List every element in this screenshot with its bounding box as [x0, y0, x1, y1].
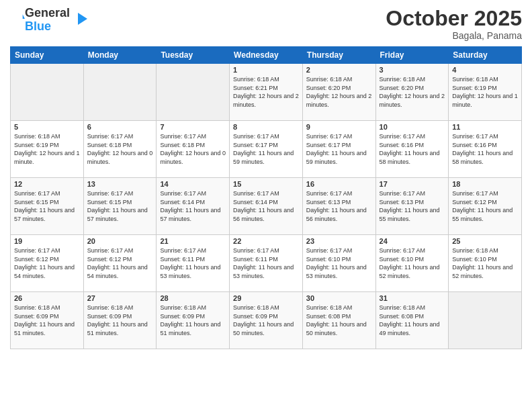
col-thursday: Thursday: [302, 47, 375, 64]
daylight-text: Daylight: 11 hours and 57 minutes.: [87, 207, 148, 222]
table-row: 20 Sunrise: 6:17 AM Sunset: 6:12 PM Dayl…: [83, 235, 157, 292]
svg-rect-1: [11, 14, 23, 19]
sunrise-text: Sunrise: 6:17 AM: [14, 190, 60, 197]
sunrise-text: Sunrise: 6:17 AM: [306, 247, 353, 254]
daylight-text: Daylight: 11 hours and 56 minutes.: [233, 207, 294, 222]
day-info: Sunrise: 6:18 AM Sunset: 6:08 PM Dayligh…: [306, 304, 372, 337]
day-info: Sunrise: 6:18 AM Sunset: 6:09 PM Dayligh…: [160, 304, 226, 337]
sunset-text: Sunset: 6:17 PM: [233, 142, 278, 148]
day-number: 27: [87, 294, 153, 302]
day-info: Sunrise: 6:18 AM Sunset: 6:09 PM Dayligh…: [14, 304, 80, 337]
daylight-text: Daylight: 11 hours and 56 minutes.: [306, 207, 367, 222]
sunset-text: Sunset: 6:11 PM: [233, 256, 278, 263]
weekday-header-row: Sunday Monday Tuesday Wednesday Thursday…: [11, 47, 522, 64]
sunrise-text: Sunrise: 6:18 AM: [87, 304, 134, 311]
table-row: [157, 64, 230, 121]
sunset-text: Sunset: 6:14 PM: [233, 199, 278, 205]
table-row: 7 Sunrise: 6:17 AM Sunset: 6:18 PM Dayli…: [157, 121, 230, 178]
day-number: 30: [306, 294, 372, 302]
day-number: 26: [14, 294, 80, 302]
sunrise-text: Sunrise: 6:18 AM: [233, 76, 279, 83]
calendar-page: General Blue October 2025 Bagala, Panama…: [0, 0, 532, 411]
sunset-text: Sunset: 6:12 PM: [14, 256, 59, 263]
day-number: 16: [306, 180, 372, 188]
sunrise-text: Sunrise: 6:18 AM: [452, 247, 498, 254]
sunset-text: Sunset: 6:20 PM: [380, 85, 425, 91]
table-row: 10 Sunrise: 6:17 AM Sunset: 6:16 PM Dayl…: [375, 121, 449, 178]
table-row: 21 Sunrise: 6:17 AM Sunset: 6:11 PM Dayl…: [157, 235, 230, 292]
sunset-text: Sunset: 6:19 PM: [14, 142, 59, 148]
sunset-text: Sunset: 6:14 PM: [160, 199, 205, 205]
sunset-text: Sunset: 6:08 PM: [306, 313, 351, 320]
table-row: 8 Sunrise: 6:17 AM Sunset: 6:17 PM Dayli…: [230, 121, 303, 178]
sunrise-text: Sunrise: 6:17 AM: [233, 190, 279, 197]
daylight-text: Daylight: 11 hours and 58 minutes.: [380, 150, 440, 165]
logo-general: General: [25, 6, 70, 19]
day-info: Sunrise: 6:17 AM Sunset: 6:16 PM Dayligh…: [452, 132, 518, 166]
sunset-text: Sunset: 6:10 PM: [380, 256, 425, 263]
table-row: 23 Sunrise: 6:17 AM Sunset: 6:10 PM Dayl…: [302, 235, 375, 292]
day-info: Sunrise: 6:17 AM Sunset: 6:11 PM Dayligh…: [160, 246, 226, 280]
table-row: 3 Sunrise: 6:18 AM Sunset: 6:20 PM Dayli…: [375, 64, 449, 121]
sunset-text: Sunset: 6:20 PM: [306, 85, 351, 91]
day-number: 20: [87, 237, 153, 245]
sunrise-text: Sunrise: 6:18 AM: [380, 76, 426, 83]
sunrise-text: Sunrise: 6:17 AM: [306, 190, 353, 197]
day-info: Sunrise: 6:17 AM Sunset: 6:10 PM Dayligh…: [380, 246, 445, 280]
day-number: 12: [14, 180, 80, 188]
table-row: 4 Sunrise: 6:18 AM Sunset: 6:19 PM Dayli…: [449, 64, 522, 121]
sunrise-text: Sunrise: 6:18 AM: [306, 304, 353, 311]
sunrise-text: Sunrise: 6:17 AM: [233, 247, 279, 254]
table-row: 28 Sunrise: 6:18 AM Sunset: 6:09 PM Dayl…: [157, 292, 230, 349]
day-number: 17: [380, 180, 445, 188]
daylight-text: Daylight: 11 hours and 53 minutes.: [160, 264, 220, 279]
day-number: 3: [380, 66, 445, 74]
logo-icon: [11, 12, 25, 26]
table-row: 18 Sunrise: 6:17 AM Sunset: 6:12 PM Dayl…: [449, 178, 522, 235]
day-number: 22: [233, 237, 299, 245]
col-tuesday: Tuesday: [157, 47, 230, 64]
sunset-text: Sunset: 6:16 PM: [380, 142, 425, 148]
logo-text: General Blue: [25, 7, 70, 34]
sunrise-text: Sunrise: 6:18 AM: [233, 304, 279, 311]
daylight-text: Daylight: 11 hours and 57 minutes.: [160, 207, 220, 222]
sunset-text: Sunset: 6:16 PM: [452, 142, 497, 148]
week-row-3: 12 Sunrise: 6:17 AM Sunset: 6:15 PM Dayl…: [11, 178, 522, 235]
col-friday: Friday: [375, 47, 449, 64]
sunrise-text: Sunrise: 6:18 AM: [452, 76, 498, 83]
day-number: 11: [452, 123, 518, 131]
sunset-text: Sunset: 6:17 PM: [306, 142, 351, 148]
daylight-text: Daylight: 12 hours and 1 minute.: [14, 150, 80, 165]
table-row: 5 Sunrise: 6:18 AM Sunset: 6:19 PM Dayli…: [11, 121, 84, 178]
title-block: October 2025 Bagala, Panama: [386, 7, 522, 41]
table-row: 26 Sunrise: 6:18 AM Sunset: 6:09 PM Dayl…: [11, 292, 84, 349]
sunrise-text: Sunrise: 6:17 AM: [87, 133, 134, 140]
daylight-text: Daylight: 11 hours and 54 minutes.: [14, 264, 75, 279]
sunset-text: Sunset: 6:18 PM: [160, 142, 205, 148]
day-number: 1: [233, 66, 299, 74]
daylight-text: Daylight: 11 hours and 53 minutes.: [233, 264, 294, 279]
logo: General Blue: [10, 7, 87, 34]
table-row: 31 Sunrise: 6:18 AM Sunset: 6:08 PM Dayl…: [375, 292, 449, 349]
day-number: 6: [87, 123, 153, 131]
table-row: 9 Sunrise: 6:17 AM Sunset: 6:17 PM Dayli…: [302, 121, 375, 178]
week-row-5: 26 Sunrise: 6:18 AM Sunset: 6:09 PM Dayl…: [11, 292, 522, 349]
day-number: 15: [233, 180, 299, 188]
daylight-text: Daylight: 11 hours and 54 minutes.: [87, 264, 148, 279]
sunrise-text: Sunrise: 6:17 AM: [160, 133, 206, 140]
page-header: General Blue October 2025 Bagala, Panama: [10, 7, 522, 41]
table-row: [83, 64, 157, 121]
daylight-text: Daylight: 11 hours and 59 minutes.: [306, 150, 367, 165]
sunrise-text: Sunrise: 6:17 AM: [87, 247, 134, 254]
table-row: 22 Sunrise: 6:17 AM Sunset: 6:11 PM Dayl…: [230, 235, 303, 292]
daylight-text: Daylight: 11 hours and 51 minutes.: [87, 321, 148, 336]
sunset-text: Sunset: 6:08 PM: [380, 313, 425, 320]
day-info: Sunrise: 6:17 AM Sunset: 6:14 PM Dayligh…: [233, 189, 299, 223]
daylight-text: Daylight: 11 hours and 55 minutes.: [452, 207, 513, 222]
day-number: 28: [160, 294, 226, 302]
day-number: 13: [87, 180, 153, 188]
sunset-text: Sunset: 6:09 PM: [160, 313, 205, 320]
day-info: Sunrise: 6:17 AM Sunset: 6:15 PM Dayligh…: [14, 189, 80, 223]
sunrise-text: Sunrise: 6:17 AM: [160, 247, 206, 254]
sunrise-text: Sunrise: 6:17 AM: [452, 133, 498, 140]
